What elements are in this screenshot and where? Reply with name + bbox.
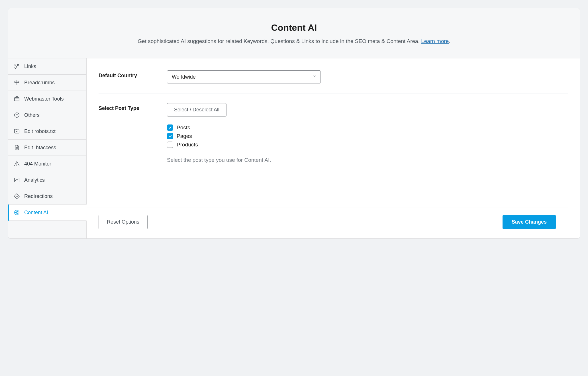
document-lines-icon <box>13 144 20 151</box>
post-type-checkbox-list: Posts Pages Products <box>167 124 568 148</box>
settings-panel: Content AI Get sophisticated AI suggesti… <box>8 8 580 239</box>
post-type-help-text: Select the post type you use for Content… <box>167 157 568 163</box>
row-select-post-type: Select Post Type Select / Deselect All P… <box>99 103 568 173</box>
sidebar-item-edit-htaccess[interactable]: Edit .htaccess <box>8 140 86 156</box>
svg-point-8 <box>15 211 18 214</box>
sidebar-item-label: Links <box>24 64 36 70</box>
checkbox-label: Posts <box>177 124 190 131</box>
signpost-icon <box>13 79 20 86</box>
folder-icon <box>13 128 20 135</box>
svg-rect-2 <box>15 97 19 101</box>
sidebar-item-label: Edit .htaccess <box>24 145 56 151</box>
sidebar-item-edit-robots[interactable]: Edit robots.txt <box>8 123 86 140</box>
select-deselect-all-button[interactable]: Select / Deselect All <box>167 103 226 117</box>
sidebar-item-label: Content AI <box>24 210 48 216</box>
checkbox-label: Pages <box>177 133 192 139</box>
checkbox-pages[interactable]: Pages <box>167 133 568 139</box>
reset-options-button[interactable]: Reset Options <box>99 215 148 229</box>
svg-point-9 <box>17 212 17 213</box>
sidebar-item-label: Redirections <box>24 193 53 199</box>
panel-body: Links Breadcrumbs Webmaster Tools Others <box>8 58 580 238</box>
default-country-select-wrap: Worldwide <box>167 70 321 83</box>
sidebar-item-webmaster-tools[interactable]: Webmaster Tools <box>8 91 86 107</box>
default-country-select[interactable]: Worldwide <box>167 70 321 83</box>
label-default-country: Default Country <box>99 70 167 79</box>
checkbox-indicator <box>167 133 173 139</box>
sidebar-item-label: Others <box>24 112 40 118</box>
diamond-arrow-icon <box>13 193 20 200</box>
sidebar-item-analytics[interactable]: Analytics <box>8 172 86 188</box>
svg-point-1 <box>17 64 19 66</box>
checkbox-label: Products <box>177 142 198 148</box>
target-icon <box>13 209 20 216</box>
briefcase-icon <box>13 95 20 102</box>
sidebar-item-others[interactable]: Others <box>8 107 86 123</box>
checkbox-posts[interactable]: Posts <box>167 124 568 131</box>
chart-line-icon <box>13 177 20 183</box>
learn-more-link[interactable]: Learn more <box>421 38 449 44</box>
checkbox-indicator <box>167 124 173 131</box>
svg-point-7 <box>15 210 19 215</box>
sidebar-item-breadcrumbs[interactable]: Breadcrumbs <box>8 75 86 91</box>
panel-footer: Reset Options Save Changes <box>87 207 568 238</box>
content-area: Default Country Worldwide Sele <box>87 58 580 238</box>
svg-point-0 <box>15 67 17 69</box>
warning-triangle-icon <box>13 160 20 167</box>
sidebar-item-redirections[interactable]: Redirections <box>8 188 86 205</box>
sidebar-item-label: Webmaster Tools <box>24 96 64 102</box>
page-description: Get sophisticated AI suggestions for rel… <box>20 38 568 44</box>
row-default-country: Default Country Worldwide <box>99 70 568 93</box>
sidebar-item-label: 404 Monitor <box>24 161 51 167</box>
sidebar-item-label: Edit robots.txt <box>24 128 56 134</box>
svg-point-4 <box>17 131 17 132</box>
sidebar: Links Breadcrumbs Webmaster Tools Others <box>8 58 87 238</box>
page-title: Content AI <box>20 23 568 33</box>
svg-point-5 <box>17 165 17 165</box>
sidebar-item-404-monitor[interactable]: 404 Monitor <box>8 156 86 172</box>
panel-header: Content AI Get sophisticated AI suggesti… <box>8 8 580 58</box>
checkbox-products[interactable]: Products <box>167 142 568 148</box>
sidebar-item-label: Analytics <box>24 177 45 183</box>
sidebar-item-label: Breadcrumbs <box>24 80 55 86</box>
sidebar-item-links[interactable]: Links <box>8 58 86 75</box>
circle-lines-icon <box>13 112 20 118</box>
save-changes-button[interactable]: Save Changes <box>503 215 556 229</box>
checkbox-indicator <box>167 142 173 148</box>
links-icon <box>13 63 20 70</box>
label-select-post-type: Select Post Type <box>99 103 167 111</box>
sidebar-item-content-ai[interactable]: Content AI <box>8 205 87 221</box>
